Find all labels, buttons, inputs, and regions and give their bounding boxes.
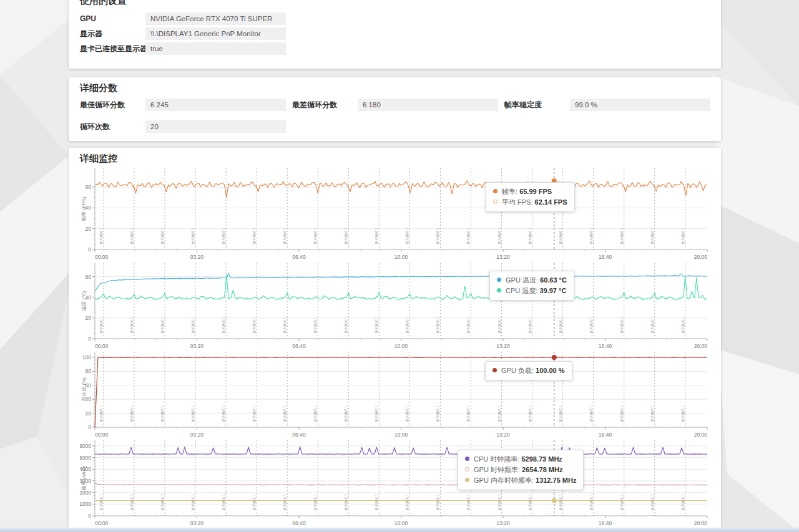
svg-text:显卡测试 1: 显卡测试 1 — [130, 317, 134, 334]
svg-text:显卡测试 1: 显卡测试 1 — [130, 228, 134, 244]
svg-text:显卡测试 1: 显卡测试 1 — [589, 228, 594, 244]
fps-chart[interactable]: 020406000:0003:2006:4010:0013:2016:4020:… — [69, 168, 721, 263]
svg-text:显卡测试 1: 显卡测试 1 — [222, 317, 226, 334]
svg-text:1000: 1000 — [80, 501, 91, 507]
svg-text:显卡测试 1: 显卡测试 1 — [466, 228, 471, 244]
svg-text:显卡测试 1: 显卡测试 1 — [559, 317, 563, 334]
gpu-load-chart[interactable]: 02040608010000:0003:2006:4010:0013:2016:… — [69, 352, 721, 440]
connected-label: 显卡已连接至显示器 — [80, 42, 147, 55]
svg-text:显卡测试 1: 显卡测试 1 — [589, 405, 594, 422]
svg-text:显卡测试 1: 显卡测试 1 — [99, 494, 104, 511]
tooltip-entry: 平均 FPS: 62.14 FPS — [493, 197, 567, 208]
svg-text:03:20: 03:20 — [190, 343, 204, 349]
svg-text:显卡测试 1: 显卡测试 1 — [375, 405, 379, 422]
svg-text:显卡测试 1: 显卡测试 1 — [650, 405, 655, 422]
svg-text:显卡测试 1: 显卡测试 1 — [283, 494, 287, 511]
svg-text:13:20: 13:20 — [496, 254, 510, 260]
svg-text:显卡测试 1: 显卡测试 1 — [466, 494, 471, 511]
loop-count-value: 20 — [145, 120, 286, 133]
svg-text:显卡测试 1: 显卡测试 1 — [222, 405, 226, 422]
svg-text:显卡测试 1: 显卡测试 1 — [252, 228, 257, 244]
connected-value: true — [145, 42, 286, 55]
svg-text:显卡测试 1: 显卡测试 1 — [405, 494, 409, 511]
svg-text:显卡测试 1: 显卡测试 1 — [252, 494, 257, 511]
svg-text:显卡测试 1: 显卡测试 1 — [344, 317, 348, 334]
svg-text:16:40: 16:40 — [599, 343, 612, 349]
svg-text:显卡测试 1: 显卡测试 1 — [681, 228, 685, 244]
tooltip-entry: CPU 时钟频率: 5298.73 MHz — [465, 454, 576, 465]
svg-text:5000: 5000 — [80, 455, 91, 461]
svg-text:0: 0 — [88, 424, 91, 430]
svg-text:03:20: 03:20 — [190, 520, 204, 526]
tooltip-entry: CPU 温度: 39.97 °C — [497, 286, 567, 296]
svg-text:显卡测试 1: 显卡测试 1 — [283, 317, 287, 334]
svg-text:显卡测试 1: 显卡测试 1 — [283, 405, 287, 422]
tooltip-entry: GPU 内存时钟频率: 1312.75 MHz — [465, 475, 576, 486]
svg-text:显卡测试 1: 显卡测试 1 — [559, 494, 563, 511]
svg-text:显卡测试 1: 显卡测试 1 — [466, 317, 471, 334]
svg-text:00:00: 00:00 — [95, 254, 109, 260]
svg-text:60: 60 — [86, 184, 92, 190]
svg-text:00:00: 00:00 — [95, 343, 109, 349]
frame-stability-label: 帧率稳定度 — [504, 99, 542, 111]
svg-text:20: 20 — [86, 226, 92, 232]
svg-text:显卡测试 1: 显卡测试 1 — [650, 494, 655, 511]
svg-text:0: 0 — [88, 336, 91, 342]
svg-text:20:00: 20:00 — [694, 343, 708, 349]
svg-text:显卡测试 1: 显卡测试 1 — [436, 494, 440, 511]
display-value: \\.\DISPLAY1 Generic PnP Monitor — [145, 27, 286, 40]
svg-text:显卡测试 1: 显卡测试 1 — [313, 494, 318, 511]
best-loop-label: 最佳循环分数 — [80, 99, 125, 111]
svg-text:显卡测试 1: 显卡测试 1 — [344, 405, 348, 422]
series-marker-icon — [465, 467, 469, 472]
svg-text:13:20: 13:20 — [496, 343, 510, 349]
svg-text:显卡测试 1: 显卡测试 1 — [589, 494, 594, 511]
svg-text:06:40: 06:40 — [292, 343, 306, 349]
monitoring-title: 详细监控 — [80, 153, 117, 165]
gpu-load-chart-canvas: 02040608010000:0003:2006:4010:0013:2016:… — [80, 352, 710, 441]
svg-text:显卡测试 1: 显卡测试 1 — [589, 317, 594, 334]
series-marker-icon — [497, 278, 501, 282]
svg-text:显卡测试 1: 显卡测试 1 — [528, 494, 532, 511]
svg-text:显卡测试 1: 显卡测试 1 — [620, 494, 624, 511]
svg-text:显卡测试 1: 显卡测试 1 — [436, 405, 440, 422]
bottom-edge-bar — [0, 528, 799, 532]
svg-text:显卡测试 1: 显卡测试 1 — [283, 228, 287, 244]
svg-text:显卡测试 1: 显卡测试 1 — [191, 494, 195, 511]
svg-text:16:40: 16:40 — [599, 432, 612, 438]
svg-text:显卡测试 1: 显卡测试 1 — [313, 405, 318, 422]
svg-text:显卡测试 1: 显卡测试 1 — [160, 405, 165, 422]
svg-text:显卡测试 1: 显卡测试 1 — [99, 317, 104, 334]
temperature-chart[interactable]: 020406000:0003:2006:4010:0013:2016:4020:… — [69, 263, 721, 352]
svg-text:20:00: 20:00 — [694, 520, 708, 526]
tooltip-entry: 帧率: 65.99 FPS — [493, 186, 567, 197]
svg-text:0: 0 — [88, 513, 91, 519]
svg-text:显卡测试 1: 显卡测试 1 — [375, 494, 379, 511]
svg-text:频率 (MHz): 频率 (MHz) — [81, 465, 87, 490]
svg-text:显卡测试 1: 显卡测试 1 — [222, 494, 226, 511]
worst-loop-label: 最差循环分数 — [292, 99, 337, 111]
tooltip-entry: GPU 时钟频率: 2654.78 MHz — [465, 465, 576, 475]
svg-text:显卡测试 1: 显卡测试 1 — [160, 317, 165, 334]
svg-text:06:40: 06:40 — [292, 254, 306, 260]
svg-text:显卡测试 1: 显卡测试 1 — [498, 228, 502, 244]
tooltip-entry: GPU 温度: 60.63 °C — [497, 275, 567, 286]
svg-text:显卡测试 1: 显卡测试 1 — [681, 494, 685, 511]
svg-text:显卡测试 1: 显卡测试 1 — [650, 228, 655, 244]
svg-text:10:00: 10:00 — [395, 432, 408, 438]
clock-frequency-chart[interactable]: 010002000300040005000600000:0003:2006:40… — [69, 440, 721, 529]
loop-count-label: 循环次数 — [80, 120, 110, 133]
gpu-label: GPU — [80, 12, 96, 25]
series-marker-icon — [465, 478, 469, 482]
svg-text:00:00: 00:00 — [95, 520, 109, 526]
monitoring-charts: 020406000:0003:2006:4010:0013:2016:4020:… — [69, 168, 721, 529]
svg-text:10:00: 10:00 — [395, 520, 408, 526]
svg-text:13:20: 13:20 — [496, 520, 510, 526]
svg-text:显卡测试 1: 显卡测试 1 — [498, 317, 502, 334]
svg-text:100: 100 — [82, 354, 91, 360]
clock-frequency-chart-canvas: 010002000300040005000600000:0003:2006:40… — [80, 440, 710, 530]
svg-text:03:20: 03:20 — [190, 432, 204, 438]
svg-text:显卡测试 1: 显卡测试 1 — [681, 317, 685, 334]
svg-text:显卡测试 1: 显卡测试 1 — [375, 317, 379, 334]
svg-text:20:00: 20:00 — [694, 432, 708, 438]
